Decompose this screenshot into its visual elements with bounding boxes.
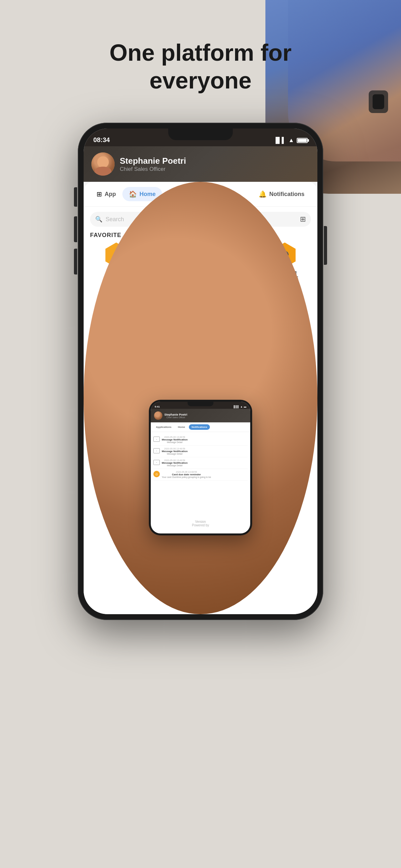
notif-content-3: 2020-05-06 13:48:59 Message Notification… bbox=[162, 459, 188, 467]
notif-item-3: 2020-05-06 13:48:59 Message Notification… bbox=[153, 457, 248, 469]
notif-envelope-icon-3 bbox=[153, 460, 160, 465]
inner-phone-screen: 9:41 ▌▌▌ ▲ ▬ S bbox=[151, 402, 250, 533]
inner-wifi-icon: ▲ bbox=[240, 405, 243, 408]
status-time: 08:34 bbox=[93, 136, 110, 144]
main-content: ⊞ App 🏠 Home 🔔 Notifications 🔍 Sea bbox=[84, 182, 317, 614]
inner-profile-title: Chief Sales Officer bbox=[164, 416, 187, 418]
barcode-icon: ⊞ bbox=[300, 215, 306, 223]
tab-home-label: Home bbox=[140, 191, 156, 197]
notif-title-4: Card due date reminder bbox=[162, 473, 211, 476]
battery-icon bbox=[297, 138, 308, 143]
notif-content-2: 2020-05-06 13:48:59 Message Notification… bbox=[162, 447, 188, 455]
phone-mockup: 08:34 ▐▌▌ ▲ Stephanie Poetri Chief Sales… bbox=[78, 123, 323, 620]
tab-notifications[interactable]: 🔔 Notifications bbox=[252, 187, 311, 201]
inner-profile-header: Stephanie Poetri Chief Sales Officer bbox=[151, 409, 250, 423]
version-overlay: Version Powered by bbox=[151, 520, 250, 527]
notif-detail-2: Message Detail bbox=[162, 453, 188, 455]
notif-detail-4: Your card Overtime policy grouping is go… bbox=[162, 476, 211, 478]
inner-tab-home[interactable]: Home bbox=[175, 424, 188, 430]
status-icons: ▐▌▌ ▲ bbox=[274, 137, 308, 144]
hero-line1: One platform for bbox=[0, 39, 401, 66]
notif-date-1: 2020-05-06 13:48:59 bbox=[162, 436, 188, 438]
notif-detail-3: Message Detail bbox=[162, 464, 188, 467]
notif-date-4: 2020-05-06 13:48:59 bbox=[162, 471, 211, 473]
notif-date-3: 2020-05-06 13:48:59 bbox=[162, 459, 188, 461]
notif-content-4: 2020-05-06 13:48:59 Card due date remind… bbox=[162, 471, 211, 478]
inner-status-time: 9:41 bbox=[155, 405, 160, 408]
hero-section: One platform for everyone bbox=[0, 39, 401, 95]
inner-profile-name: Stephanie Poetri bbox=[164, 413, 187, 416]
notif-special-icon: ⊙ bbox=[153, 471, 160, 477]
notif-detail-1: Message Detail bbox=[162, 441, 188, 443]
tab-notifications-label: Notifications bbox=[269, 191, 305, 197]
notif-date-2: 2020-05-06 13:48:59 bbox=[162, 447, 188, 450]
profile-name: Stephanie Poetri bbox=[120, 156, 310, 166]
notif-item-2: 2020-05-06 13:48:59 Message Notification… bbox=[153, 445, 248, 457]
inner-tab-notifications[interactable]: Notifications bbox=[189, 424, 210, 430]
notif-item-4: ⊙ 2020-05-06 13:48:59 Card due date remi… bbox=[153, 469, 248, 480]
inner-phone-mockup: 9:41 ▌▌▌ ▲ ▬ S bbox=[149, 400, 252, 535]
notif-title-2: Message Notification bbox=[162, 450, 188, 453]
wifi-icon: ▲ bbox=[288, 137, 294, 144]
phone-notch bbox=[168, 128, 233, 140]
notif-envelope-icon-2 bbox=[153, 448, 160, 454]
signal-icon: ▐▌▌ bbox=[274, 137, 286, 144]
phone-button-mute bbox=[74, 187, 77, 207]
notifications-list: 2020-05-06 13:48:59 Message Notification… bbox=[151, 432, 250, 483]
phone-button-vol-up bbox=[74, 216, 77, 242]
notif-title-3: Message Notification bbox=[162, 461, 188, 464]
inner-notch bbox=[188, 402, 213, 406]
inner-signal-icon: ▌▌▌ bbox=[234, 405, 239, 408]
tab-app[interactable]: ⊞ App bbox=[90, 187, 122, 201]
search-icon: 🔍 bbox=[95, 216, 102, 223]
phone-screen: 08:34 ▐▌▌ ▲ Stephanie Poetri Chief Sales… bbox=[84, 128, 317, 614]
tab-app-label: App bbox=[104, 191, 116, 197]
phone-button-power bbox=[324, 226, 327, 265]
hero-line2: everyone bbox=[0, 66, 401, 94]
inner-avatar bbox=[154, 411, 162, 420]
notif-content-1: 2020-05-06 13:48:59 Message Notification… bbox=[162, 436, 188, 443]
inner-profile-info: Stephanie Poetri Chief Sales Officer bbox=[164, 413, 187, 418]
notif-title-1: Message Notification bbox=[162, 438, 188, 441]
inner-battery-icon: ▬ bbox=[244, 405, 246, 408]
phone-button-vol-down bbox=[74, 249, 77, 275]
inner-tab-bar: Applications Home Notifications bbox=[151, 423, 250, 432]
home-tab-icon: 🏠 bbox=[129, 190, 137, 198]
avatar bbox=[91, 152, 115, 176]
bell-icon: 🔔 bbox=[258, 190, 267, 198]
powered-by-text: Powered by bbox=[151, 523, 250, 527]
profile-header: Stephanie Poetri Chief Sales Officer bbox=[84, 146, 317, 182]
notif-envelope-icon-1 bbox=[153, 437, 160, 442]
widget-avatar bbox=[95, 344, 116, 364]
inner-tab-applications[interactable]: Applications bbox=[153, 424, 174, 430]
checkin-widget: Yeah, you have checked in today 📍 Jalan … bbox=[90, 338, 311, 370]
widget-section: Yeah, you have checked in today 📍 Jalan … bbox=[84, 338, 317, 370]
version-text: Version bbox=[151, 520, 250, 523]
app-tab-icon: ⊞ bbox=[96, 190, 102, 198]
notif-item-1: 2020-05-06 13:48:59 Message Notification… bbox=[153, 434, 248, 445]
profile-info: Stephanie Poetri Chief Sales Officer bbox=[120, 156, 310, 173]
profile-title: Chief Sales Officer bbox=[120, 166, 310, 173]
